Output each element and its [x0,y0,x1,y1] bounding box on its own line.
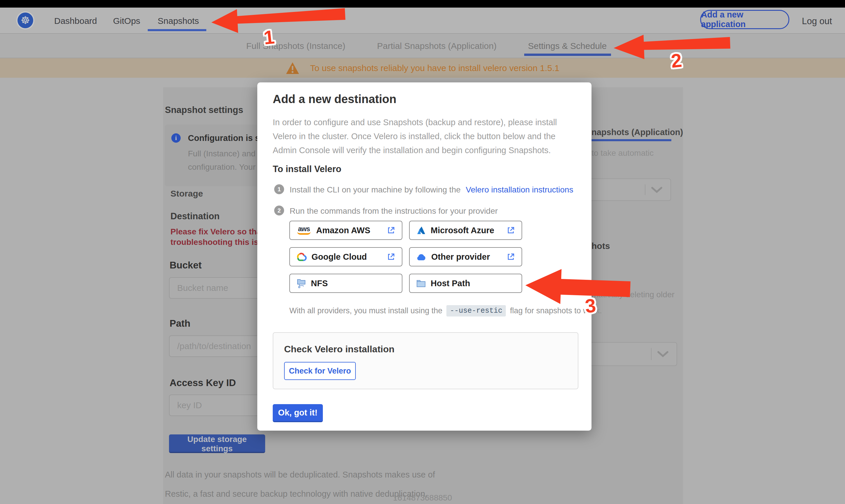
provider-button-hostpath[interactable]: Host Path [409,274,522,293]
check-velero-section [273,332,578,389]
logout-link[interactable]: Log out [802,16,832,26]
external-link-icon [506,226,515,235]
step-1-badge: 1 [274,184,284,194]
provider-button-other[interactable]: Other provider [409,247,522,266]
provider-button-aws[interactable]: aws Amazon AWS [289,221,402,240]
check-velero-heading: Check Velero installation [284,344,394,355]
dedup-note-line: All data in your snapshots will be dedup… [165,470,435,480]
modal-title: Add a new destination [273,93,396,106]
step-2-badge: 2 [274,205,284,215]
chevron-down-icon [657,350,669,358]
tab-partial-snapshots[interactable]: Partial Snapshots (Application) [377,41,496,51]
add-application-button[interactable]: Add a new application [700,10,789,29]
provider-label: Other provider [431,252,502,262]
info-box-title: Configuration is sh [188,133,265,143]
provider-label: Google Cloud [312,252,382,262]
dropdown-divider [645,184,646,195]
provider-button-azure[interactable]: Microsoft Azure [409,221,522,240]
update-storage-settings-button[interactable]: Update storage settings [169,434,265,453]
nav-item-gitops[interactable]: GitOps [113,16,140,26]
nav-active-underline [148,29,206,31]
gcp-logo-icon [296,252,307,261]
azure-logo-icon [416,226,426,235]
provider-label: Host Path [431,278,515,288]
provider-label: NFS [311,278,395,288]
nav-item-dashboard[interactable]: Dashboard [54,16,97,26]
retention-description-fragment: matically deleting older [592,290,674,299]
snapshot-settings-heading: Snapshot settings [165,105,243,115]
kubernetes-logo-icon: ☸ [16,11,34,30]
nav-item-snapshots[interactable]: Snapshots [158,16,199,26]
provider-label: Microsoft Azure [431,226,502,235]
partial-snapshots-subtab-fragment[interactable]: napshots (Application) [592,128,683,137]
ok-got-it-button[interactable]: Ok, got it! [273,404,323,422]
warning-text: To use snapshots reliably you have to in… [310,63,559,73]
nfs-folder-icon [296,278,306,288]
schedule-description-fragment: to take automatic [592,148,654,158]
timestamp-text: 1614873688850 [0,493,845,503]
restic-note: With all providers, you must install usi… [289,305,602,317]
subtab-active-underline [589,139,671,141]
step-1-label: Install the CLI on your machine by follo… [289,185,461,194]
os-menubar [0,0,845,7]
velero-warning-banner: To use snapshots reliably you have to in… [0,58,845,78]
storage-heading: Storage [171,189,203,199]
info-icon: i [171,133,181,143]
restic-flag-chip: --use-restic [446,305,506,317]
tab-active-underline [524,54,611,56]
external-link-icon [387,226,395,235]
destination-heading: Destination [171,211,220,221]
velero-instructions-link[interactable]: Velero installation instructions [466,185,574,194]
retention-heading-fragment: hots [592,241,610,251]
access-key-label: Access Key ID [170,377,236,389]
modal-body-line: Velero in the cluster. Once Velero is in… [273,132,556,141]
dropdown-divider [651,348,652,360]
modal-body-line: Admin Console will verify the installati… [273,146,551,155]
screen: ☸ Dashboard GitOps Snapshots Add a new a… [0,0,845,504]
chevron-down-icon [651,186,663,194]
aws-logo-icon: aws [296,226,312,235]
step-2-text: Run the commands from the instructions f… [289,206,498,216]
external-link-icon [506,252,515,261]
modal-body-line: In order to configure and use Snapshots … [273,118,557,127]
hostpath-folder-icon [416,279,426,288]
step-1-text: Install the CLI on your machine by follo… [289,185,573,195]
generic-cloud-icon [416,253,427,261]
provider-button-nfs[interactable]: NFS [289,274,402,293]
restic-suffix: flag for snapshots to work. [510,306,602,315]
path-label: Path [170,318,191,329]
tab-full-snapshots[interactable]: Full Snapshots (Instance) [246,41,345,51]
bucket-label: Bucket [170,260,201,271]
check-for-velero-button[interactable]: Check for Velero [284,362,356,380]
provider-label: Amazon AWS [316,226,382,235]
install-velero-heading: To install Velero [273,164,341,175]
restic-prefix: With all providers, you must install usi… [289,306,442,315]
warning-triangle-icon [285,62,300,74]
tab-settings-schedule[interactable]: Settings & Schedule [528,41,606,51]
external-link-icon [387,252,395,261]
provider-button-gcp[interactable]: Google Cloud [289,247,402,266]
